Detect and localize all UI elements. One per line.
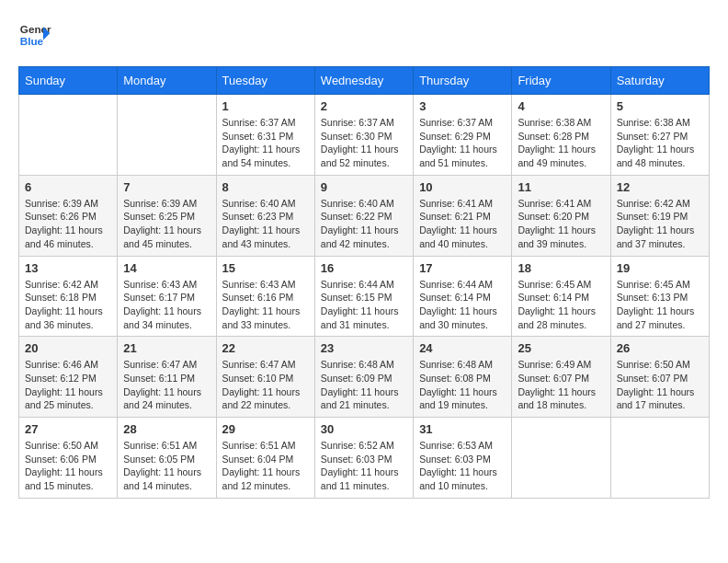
day-number: 20 xyxy=(25,341,111,355)
day-info: Sunrise: 6:50 AMSunset: 6:07 PMDaylight:… xyxy=(617,358,703,412)
day-number: 10 xyxy=(419,180,506,194)
day-number: 26 xyxy=(617,341,703,355)
calendar-cell: 2Sunrise: 6:37 AMSunset: 6:30 PMDaylight… xyxy=(314,95,413,176)
day-info: Sunrise: 6:47 AMSunset: 6:10 PMDaylight:… xyxy=(222,358,309,412)
calendar-cell xyxy=(512,418,610,499)
calendar-cell: 18Sunrise: 6:45 AMSunset: 6:14 PMDayligh… xyxy=(512,256,610,337)
day-info: Sunrise: 6:47 AMSunset: 6:11 PMDaylight:… xyxy=(123,358,210,412)
logo-icon: General Blue xyxy=(18,18,51,52)
calendar-cell: 9Sunrise: 6:40 AMSunset: 6:22 PMDaylight… xyxy=(314,175,413,256)
day-info: Sunrise: 6:40 AMSunset: 6:22 PMDaylight:… xyxy=(321,197,407,251)
calendar-cell: 23Sunrise: 6:48 AMSunset: 6:09 PMDayligh… xyxy=(314,337,413,418)
day-info: Sunrise: 6:52 AMSunset: 6:03 PMDaylight:… xyxy=(321,439,407,493)
calendar-cell: 13Sunrise: 6:42 AMSunset: 6:18 PMDayligh… xyxy=(19,256,118,337)
day-info: Sunrise: 6:39 AMSunset: 6:25 PMDaylight:… xyxy=(123,197,210,251)
calendar-table: SundayMondayTuesdayWednesdayThursdayFrid… xyxy=(18,66,710,499)
day-info: Sunrise: 6:41 AMSunset: 6:21 PMDaylight:… xyxy=(419,197,506,251)
weekday-header-tuesday: Tuesday xyxy=(216,67,314,95)
calendar-cell: 11Sunrise: 6:41 AMSunset: 6:20 PMDayligh… xyxy=(512,175,610,256)
calendar-cell: 24Sunrise: 6:48 AMSunset: 6:08 PMDayligh… xyxy=(414,337,512,418)
day-number: 3 xyxy=(419,99,506,113)
day-number: 2 xyxy=(321,99,407,113)
day-number: 5 xyxy=(617,99,703,113)
calendar-cell: 21Sunrise: 6:47 AMSunset: 6:11 PMDayligh… xyxy=(118,337,216,418)
day-info: Sunrise: 6:40 AMSunset: 6:23 PMDaylight:… xyxy=(222,197,309,251)
calendar-cell: 31Sunrise: 6:53 AMSunset: 6:03 PMDayligh… xyxy=(414,418,512,499)
day-info: Sunrise: 6:51 AMSunset: 6:05 PMDaylight:… xyxy=(123,439,210,493)
day-number: 27 xyxy=(25,422,111,436)
calendar-cell: 16Sunrise: 6:44 AMSunset: 6:15 PMDayligh… xyxy=(314,256,413,337)
calendar-week-2: 6Sunrise: 6:39 AMSunset: 6:26 PMDaylight… xyxy=(19,175,710,256)
day-info: Sunrise: 6:46 AMSunset: 6:12 PMDaylight:… xyxy=(25,358,111,412)
day-number: 21 xyxy=(123,341,210,355)
day-number: 4 xyxy=(518,99,604,113)
day-number: 17 xyxy=(419,261,506,275)
calendar-cell: 5Sunrise: 6:38 AMSunset: 6:27 PMDaylight… xyxy=(610,95,709,176)
weekday-header-thursday: Thursday xyxy=(414,67,512,95)
day-number: 1 xyxy=(222,99,309,113)
day-number: 13 xyxy=(25,261,111,275)
calendar-cell: 4Sunrise: 6:38 AMSunset: 6:28 PMDaylight… xyxy=(512,95,610,176)
calendar-cell: 26Sunrise: 6:50 AMSunset: 6:07 PMDayligh… xyxy=(610,337,709,418)
day-info: Sunrise: 6:49 AMSunset: 6:07 PMDaylight:… xyxy=(518,358,604,412)
day-number: 15 xyxy=(222,261,309,275)
day-info: Sunrise: 6:37 AMSunset: 6:31 PMDaylight:… xyxy=(222,116,309,170)
calendar-cell: 14Sunrise: 6:43 AMSunset: 6:17 PMDayligh… xyxy=(118,256,216,337)
calendar-cell: 10Sunrise: 6:41 AMSunset: 6:21 PMDayligh… xyxy=(414,175,512,256)
calendar-cell: 28Sunrise: 6:51 AMSunset: 6:05 PMDayligh… xyxy=(118,418,216,499)
day-number: 30 xyxy=(321,422,407,436)
calendar-cell: 6Sunrise: 6:39 AMSunset: 6:26 PMDaylight… xyxy=(19,175,118,256)
calendar-cell: 17Sunrise: 6:44 AMSunset: 6:14 PMDayligh… xyxy=(414,256,512,337)
day-number: 29 xyxy=(222,422,309,436)
calendar-cell: 29Sunrise: 6:51 AMSunset: 6:04 PMDayligh… xyxy=(216,418,314,499)
page-header: General Blue xyxy=(18,18,710,52)
calendar-cell: 3Sunrise: 6:37 AMSunset: 6:29 PMDaylight… xyxy=(414,95,512,176)
day-number: 7 xyxy=(123,180,210,194)
calendar-cell xyxy=(610,418,709,499)
day-info: Sunrise: 6:38 AMSunset: 6:28 PMDaylight:… xyxy=(518,116,604,170)
calendar-cell: 7Sunrise: 6:39 AMSunset: 6:25 PMDaylight… xyxy=(118,175,216,256)
day-number: 25 xyxy=(518,341,604,355)
calendar-cell xyxy=(118,95,216,176)
day-info: Sunrise: 6:44 AMSunset: 6:15 PMDaylight:… xyxy=(321,278,407,332)
calendar-cell: 25Sunrise: 6:49 AMSunset: 6:07 PMDayligh… xyxy=(512,337,610,418)
day-number: 8 xyxy=(222,180,309,194)
calendar-week-4: 20Sunrise: 6:46 AMSunset: 6:12 PMDayligh… xyxy=(19,337,710,418)
day-number: 16 xyxy=(321,261,407,275)
day-info: Sunrise: 6:44 AMSunset: 6:14 PMDaylight:… xyxy=(419,278,506,332)
calendar-cell: 20Sunrise: 6:46 AMSunset: 6:12 PMDayligh… xyxy=(19,337,118,418)
day-info: Sunrise: 6:37 AMSunset: 6:29 PMDaylight:… xyxy=(419,116,506,170)
day-info: Sunrise: 6:51 AMSunset: 6:04 PMDaylight:… xyxy=(222,439,309,493)
day-info: Sunrise: 6:42 AMSunset: 6:18 PMDaylight:… xyxy=(25,278,111,332)
calendar-cell: 8Sunrise: 6:40 AMSunset: 6:23 PMDaylight… xyxy=(216,175,314,256)
day-info: Sunrise: 6:37 AMSunset: 6:30 PMDaylight:… xyxy=(321,116,407,170)
day-info: Sunrise: 6:41 AMSunset: 6:20 PMDaylight:… xyxy=(518,197,604,251)
day-number: 19 xyxy=(617,261,703,275)
day-number: 28 xyxy=(123,422,210,436)
calendar-week-5: 27Sunrise: 6:50 AMSunset: 6:06 PMDayligh… xyxy=(19,418,710,499)
day-info: Sunrise: 6:43 AMSunset: 6:17 PMDaylight:… xyxy=(123,278,210,332)
day-info: Sunrise: 6:45 AMSunset: 6:13 PMDaylight:… xyxy=(617,278,703,332)
calendar-week-1: 1Sunrise: 6:37 AMSunset: 6:31 PMDaylight… xyxy=(19,95,710,176)
day-number: 9 xyxy=(321,180,407,194)
svg-text:Blue: Blue xyxy=(20,35,44,47)
day-number: 18 xyxy=(518,261,604,275)
day-number: 6 xyxy=(25,180,111,194)
logo: General Blue xyxy=(18,18,51,52)
day-info: Sunrise: 6:48 AMSunset: 6:09 PMDaylight:… xyxy=(321,358,407,412)
day-number: 24 xyxy=(419,341,506,355)
day-number: 23 xyxy=(321,341,407,355)
day-info: Sunrise: 6:42 AMSunset: 6:19 PMDaylight:… xyxy=(617,197,703,251)
weekday-header-saturday: Saturday xyxy=(610,67,709,95)
day-info: Sunrise: 6:50 AMSunset: 6:06 PMDaylight:… xyxy=(25,439,111,493)
calendar-cell: 30Sunrise: 6:52 AMSunset: 6:03 PMDayligh… xyxy=(314,418,413,499)
calendar-cell: 15Sunrise: 6:43 AMSunset: 6:16 PMDayligh… xyxy=(216,256,314,337)
weekday-header-friday: Friday xyxy=(512,67,610,95)
weekday-header-monday: Monday xyxy=(118,67,216,95)
day-number: 12 xyxy=(617,180,703,194)
calendar-cell: 27Sunrise: 6:50 AMSunset: 6:06 PMDayligh… xyxy=(19,418,118,499)
weekday-header-row: SundayMondayTuesdayWednesdayThursdayFrid… xyxy=(19,67,710,95)
weekday-header-wednesday: Wednesday xyxy=(314,67,413,95)
calendar-cell: 19Sunrise: 6:45 AMSunset: 6:13 PMDayligh… xyxy=(610,256,709,337)
day-info: Sunrise: 6:48 AMSunset: 6:08 PMDaylight:… xyxy=(419,358,506,412)
